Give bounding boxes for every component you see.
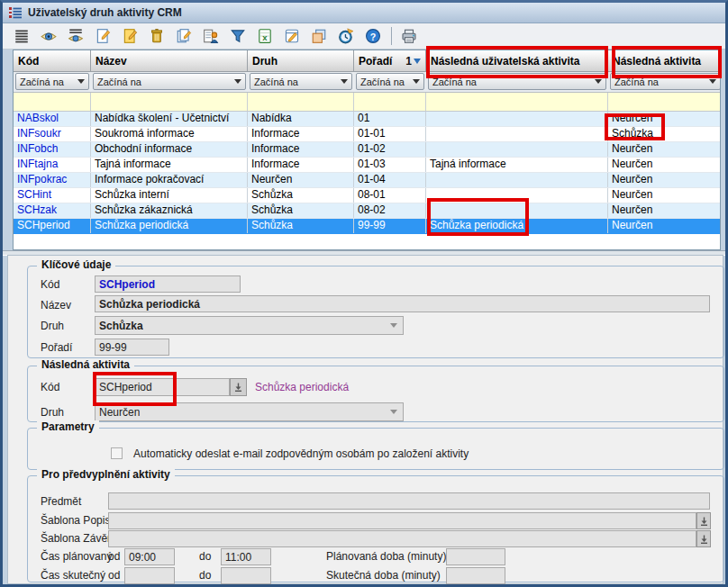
filter-input-nasledna-uzivatelska-aktivita[interactable] [426,93,608,111]
table-row[interactable]: INFtajnaTajná informaceInformace01-03Taj… [14,158,720,173]
lookup-button[interactable] [230,378,247,396]
group-title: Následná aktivita [37,358,134,371]
filter-combo-nazev[interactable]: Začíná na [91,72,248,92]
filter-input-kod[interactable] [14,93,91,111]
filter-combo-kod[interactable]: Začíná na [14,72,91,92]
table-row[interactable]: SCHperiodSchůzka periodickáSchůzka99-99S… [14,219,720,234]
filter-combo-nasledna-uzivatelska-aktivita[interactable]: Začíná na [426,72,608,92]
skut-do-field[interactable] [221,567,271,584]
group-parameters: Parametry Automaticky odeslat e-mail zod… [27,428,724,470]
copy-record-icon[interactable] [172,24,196,48]
column-header-kod[interactable]: Kód [14,50,91,72]
delete-record-icon[interactable] [145,24,168,48]
cell-druh: Neurčen [248,173,354,187]
print-icon[interactable] [397,24,421,48]
copy-layout-icon[interactable] [307,24,331,48]
list-icon[interactable] [10,24,33,48]
skut-doba-label: Skutečná doba (minuty) [326,569,441,582]
cell-poradi: 99-99 [354,219,426,233]
table-row[interactable]: SCHzakSchůzka zákaznickáSchůzka08-02Neur… [14,203,720,219]
filter-combo-nasledna-aktivita[interactable]: Začíná na [608,72,721,92]
group-prefill: Pro předvyplnění aktivity Předmět Šablon… [27,475,724,582]
cell-poradi: 08-01 [354,188,426,203]
plan-do-field[interactable]: 11:00 [221,548,271,565]
cas-skutecny-label: Čas skutečný [41,569,105,582]
toolbar: x? [3,23,725,50]
filter-mode-label: Začíná na [360,77,405,87]
next-druh-combo[interactable]: Neurčen [95,402,404,421]
cell-nasledna-aktivita: Neurčen [608,142,721,157]
cell-nasledna-uzivatelska-aktivita [426,127,608,141]
filter-input-druh[interactable] [248,93,354,111]
svg-text:x: x [262,32,268,42]
cell-nasledna-uzivatelska-aktivita [426,142,608,157]
sablona-popis-field[interactable] [108,512,696,529]
filter-funnel-icon[interactable] [226,24,250,48]
sablona-zaver-label: Šablona Závěr [41,532,111,545]
column-header-nasledna-aktivita[interactable]: Následná aktivita [608,50,721,72]
cell-druh: Informace [248,142,354,157]
sort-indicator: 1 [405,55,421,68]
cell-kod: INFpokrac [14,173,91,187]
detail-panel: Klíčové údaje Kód SCHperiod Název Schůzk… [7,255,723,584]
auto-email-label: Automaticky odeslat e-mail zodpovědným o… [133,447,469,460]
expand-zaver-button[interactable] [696,530,711,547]
cell-nasledna-uzivatelska-aktivita [426,173,608,187]
filter-input-nasledna-aktivita[interactable] [608,93,721,111]
cell-poradi: 08-02 [354,203,426,218]
druh-combo[interactable]: Schůzka [95,316,404,335]
alarm-clock-icon[interactable] [334,24,358,48]
kod-field[interactable]: SCHperiod [95,275,241,293]
poradi-field[interactable]: 99-99 [95,339,169,356]
chevron-down-icon [341,79,348,84]
cell-nazev: Tajná informace [91,158,248,172]
column-header-nasledna-uzivatelska-aktivita[interactable]: Následná uživatelská aktivita [426,50,608,72]
next-activity-reference[interactable]: Schůzka periodická [255,381,349,393]
filter-input-nazev[interactable] [91,93,248,111]
cell-nasledna-uzivatelska-aktivita [426,203,608,218]
table-row[interactable]: INFobchObchodní informaceInformace01-02N… [14,142,720,158]
edit-form-icon[interactable] [280,24,304,48]
predmet-field[interactable] [108,492,710,510]
column-header-poradi[interactable]: Pořadí1 [354,50,426,72]
edit-record-icon[interactable] [118,24,141,48]
user-filter-icon[interactable] [199,24,223,48]
column-header-nazev[interactable]: Název [91,50,248,72]
table-row[interactable]: INFsoukrSoukromá informaceInformace01-01… [14,127,720,142]
grid-filter-row: Začíná naZačíná naZačíná naZačíná naZačí… [14,72,720,93]
cell-nazev: Schůzka periodická [91,219,248,233]
auto-email-checkbox[interactable] [111,447,123,459]
filter-combo-poradi[interactable]: Začíná na [354,72,426,92]
next-kod-field[interactable]: SCHperiod [95,378,230,396]
excel-export-icon[interactable]: x [253,24,277,48]
sablona-popis-label: Šablona Popis [41,514,110,527]
cell-nazev: Soukromá informace [91,127,248,141]
column-header-label: Druh [252,55,278,68]
nazev-field[interactable]: Schůzka periodická [95,295,710,312]
sablona-zaver-field[interactable] [108,530,696,547]
plan-doba-field[interactable] [446,548,505,565]
filter-combo-druh[interactable]: Začíná na [248,72,354,92]
nazev-label: Název [41,299,71,312]
table-row[interactable]: NABskolNabídka školení - UčetnictvíNabíd… [14,112,720,127]
table-row[interactable]: INFpokracInformace pokračovacíNeurčen01-… [14,173,720,188]
columns-eye-icon[interactable] [64,24,87,48]
preview-eye-icon[interactable] [37,24,60,48]
expand-popis-button[interactable] [696,512,711,529]
new-record-icon[interactable] [91,24,114,48]
poradi-label: Pořadí [41,341,72,354]
next-kod-label: Kód [41,381,59,393]
grid-search-row [14,93,720,112]
window-icon [8,5,23,20]
chevron-down-icon [390,323,397,328]
column-header-druh[interactable]: Druh [248,50,354,72]
filter-input-poradi[interactable] [354,93,426,111]
title-bar[interactable]: Uživatelský druh aktivity CRM [3,3,725,23]
cell-druh: Informace [248,158,354,172]
chevron-down-icon [390,410,397,414]
table-row[interactable]: SCHintSchůzka interníSchůzka08-01Neurčen [14,188,720,203]
skut-doba-field[interactable] [446,567,505,584]
skut-od-field[interactable] [124,567,175,584]
help-icon[interactable]: ? [361,24,385,48]
plan-od-field[interactable]: 09:00 [124,548,175,565]
